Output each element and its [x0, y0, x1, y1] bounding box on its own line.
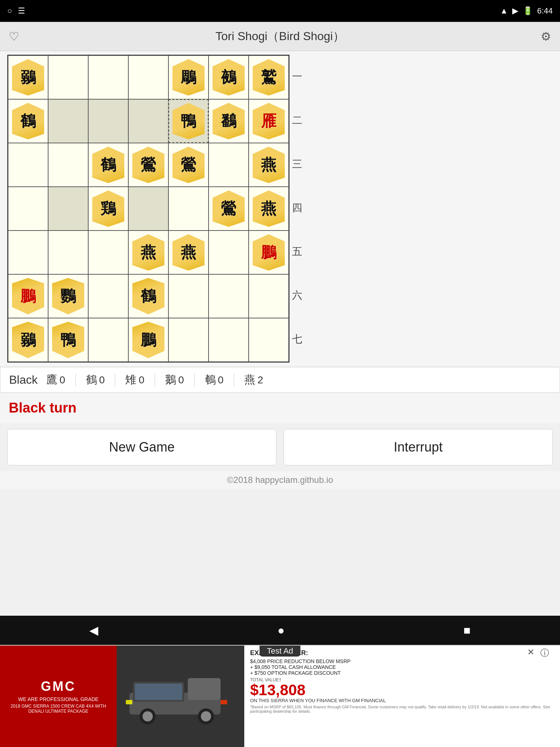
cell-4-1[interactable] — [8, 187, 48, 231]
cell-3-4[interactable]: 鶯 — [128, 143, 168, 187]
cell-1-2[interactable] — [48, 55, 88, 99]
cell-1-6[interactable]: 鵺 — [209, 55, 249, 99]
row-label-1: 一 — [292, 55, 303, 98]
cell-3-5[interactable]: 鶯 — [168, 143, 209, 187]
sep-3 — [155, 374, 155, 387]
wifi-icon: ▲ — [500, 6, 508, 16]
home-button[interactable]: ● — [263, 620, 299, 641]
tsuru-piece: 鶴 — [86, 372, 97, 387]
recent-button[interactable]: ■ — [449, 620, 485, 641]
kamo2-piece: 鵪 — [205, 372, 216, 387]
signal-icon: ▶ — [512, 6, 518, 16]
circle-icon: ○ — [7, 6, 12, 16]
svg-rect-8 — [126, 700, 132, 704]
black-label: Black — [9, 373, 38, 387]
tsuru-count: 0 — [99, 374, 105, 386]
cell-4-7[interactable]: 燕 — [249, 187, 289, 231]
ad-info-button[interactable]: ⓘ — [540, 647, 549, 659]
ad-right-panel: EXAMPLE OFFER: $4,008 PRICE REDUCTION BE… — [244, 646, 560, 747]
piece-count-tsubame: 燕 2 — [244, 372, 263, 387]
cell-3-1[interactable] — [8, 143, 48, 187]
row-label-3: 三 — [292, 142, 303, 186]
board-row-5: 燕 燕 鵬 — [8, 231, 289, 274]
ad-close-button[interactable]: ✕ — [527, 647, 534, 657]
cell-5-2[interactable] — [48, 231, 88, 274]
black-info-bar: Black 鷹 0 鶴 0 雉 0 鵝 0 鵪 0 燕 2 — [0, 367, 560, 393]
cell-7-7[interactable] — [249, 318, 289, 362]
cell-5-5[interactable]: 燕 — [168, 231, 209, 274]
cell-7-6[interactable] — [209, 318, 249, 362]
piece-count-taka: 鷹 0 — [46, 372, 65, 387]
row-label-4: 四 — [292, 186, 303, 230]
row-labels: 一 二 三 四 五 六 七 — [292, 55, 303, 361]
cell-5-3[interactable] — [88, 231, 128, 274]
cell-4-4[interactable] — [128, 187, 168, 231]
ad-bullet3: + $750 OPTION PACKAGE DISCOUNT — [250, 670, 554, 676]
interrupt-button[interactable]: Interrupt — [284, 429, 553, 465]
cell-6-6[interactable] — [209, 274, 249, 318]
taka-piece: 鷹 — [46, 372, 57, 387]
cell-6-5[interactable] — [168, 274, 209, 318]
shogi-board[interactable]: 鶸 鵰 鵺 鷲 鶴 鴨 鷭 雁 鶴 — [7, 55, 289, 363]
cell-4-5[interactable] — [168, 187, 209, 231]
back-button[interactable]: ◀ — [75, 620, 113, 641]
cell-3-6[interactable] — [209, 143, 249, 187]
app-header: ♡ Tori Shogi（Bird Shogi） ⚙ — [0, 22, 560, 51]
board-row-4: 鶏 鶯 燕 — [8, 187, 289, 231]
cell-6-1[interactable]: 鵬 — [8, 274, 48, 318]
svg-rect-3 — [135, 684, 182, 700]
heart-icon[interactable]: ♡ — [9, 30, 19, 43]
cell-7-3[interactable] — [88, 318, 128, 362]
kamo2-count: 0 — [218, 374, 224, 386]
sep-2 — [115, 374, 115, 387]
new-game-button[interactable]: New Game — [7, 429, 276, 465]
cell-7-5[interactable] — [168, 318, 209, 362]
cell-3-3[interactable]: 鶴 — [88, 143, 128, 187]
cell-2-5[interactable]: 鴨 — [168, 99, 209, 143]
row-label-7: 七 — [292, 317, 303, 361]
cell-1-1[interactable]: 鶸 — [8, 55, 48, 99]
row-label-6: 六 — [292, 274, 303, 317]
cell-2-2[interactable] — [48, 99, 88, 143]
cell-4-6[interactable]: 鶯 — [209, 187, 249, 231]
cell-6-2[interactable]: 鸚 — [48, 274, 88, 318]
tsubame-count: 2 — [257, 374, 263, 386]
cell-1-3[interactable] — [88, 55, 128, 99]
cell-2-7[interactable]: 雁 — [249, 99, 289, 143]
cell-6-3[interactable] — [88, 274, 128, 318]
cell-4-3[interactable]: 鶏 — [88, 187, 128, 231]
row-label-2: 二 — [292, 98, 303, 142]
sep-5 — [234, 374, 234, 387]
cell-3-2[interactable] — [48, 143, 88, 187]
cell-4-2[interactable] — [48, 187, 88, 231]
cell-7-2[interactable]: 鴨 — [48, 318, 88, 362]
board-container: 鶸 鵰 鵺 鷲 鶴 鴨 鷭 雁 鶴 — [7, 55, 303, 363]
cell-5-4[interactable]: 燕 — [128, 231, 168, 274]
cell-7-4[interactable]: 鵬 — [128, 318, 168, 362]
cell-1-7[interactable]: 鷲 — [249, 55, 289, 99]
cell-2-6[interactable]: 鷭 — [209, 99, 249, 143]
settings-icon[interactable]: ⚙ — [541, 30, 551, 43]
cell-2-3[interactable] — [88, 99, 128, 143]
ad-truck-image — [117, 646, 244, 747]
cell-2-4[interactable] — [128, 99, 168, 143]
gmc-logo: GMC — [41, 679, 76, 694]
sep-4 — [194, 374, 195, 387]
cell-6-7[interactable] — [249, 274, 289, 318]
cell-5-7[interactable]: 鵬 — [249, 231, 289, 274]
ad-bullet2: + $9,050 TOTAL CASH ALLOWANCE — [250, 664, 554, 670]
board-row-6: 鵬 鸚 鶴 — [8, 274, 289, 318]
cell-1-5[interactable]: 鵰 — [168, 55, 209, 99]
ad-price-note: ON THIS SIERRA WHEN YOU FINANCE WITH GM … — [250, 698, 554, 703]
truck-svg — [126, 667, 235, 725]
ad-test-label: Test Ad — [260, 646, 300, 657]
ad-bullet1: $4,008 PRICE REDUCTION BELOW MSRP — [250, 658, 554, 664]
cell-6-4[interactable]: 鶴 — [128, 274, 168, 318]
cell-5-1[interactable] — [8, 231, 48, 274]
cell-7-1[interactable]: 鶸 — [8, 318, 48, 362]
cell-2-1[interactable]: 鶴 — [8, 99, 48, 143]
piece-count-kamo2: 鵪 0 — [205, 372, 224, 387]
cell-1-4[interactable] — [128, 55, 168, 99]
cell-3-7[interactable]: 燕 — [249, 143, 289, 187]
cell-5-6[interactable] — [209, 231, 249, 274]
